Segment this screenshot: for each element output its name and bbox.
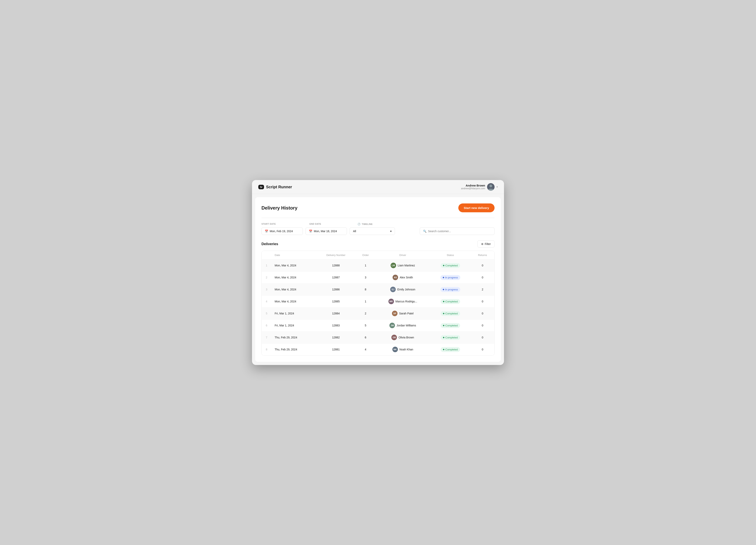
user-info: Andrew Brown andrew@hilarysrx.com	[461, 184, 485, 190]
row-driver: LM Liam Martinez	[375, 260, 430, 272]
table-row[interactable]: 3 Mon, Mar 4, 2024 12886 8 EJ Emily John…	[262, 283, 494, 295]
user-dropdown-chevron[interactable]: ▾	[497, 186, 498, 188]
row-delivery-number: 12885	[316, 295, 356, 307]
user-name: Andrew Brown	[461, 184, 485, 187]
deliveries-table-container: Date Delivery Number Order Driver Status…	[261, 251, 495, 355]
end-date-value: Mon, Mar 18, 2024	[314, 230, 337, 233]
row-status: In progress	[430, 283, 471, 295]
row-delivery-number: 12888	[316, 260, 356, 272]
filter-inputs: 📅 Mon, Feb 19, 2024 📅 Mon, Mar 18, 2024 …	[261, 228, 495, 235]
status-dot	[443, 349, 444, 350]
filter-btn-label: Filter	[485, 243, 491, 246]
deliveries-header: Deliveries ⚙ Filter	[261, 241, 495, 248]
row-number: 4	[262, 295, 271, 307]
row-order: 1	[356, 295, 375, 307]
row-delivery-number: 12887	[316, 272, 356, 283]
status-badge: Completed	[441, 263, 460, 268]
row-order: 2	[356, 307, 375, 319]
status-dot	[443, 325, 444, 326]
page-header: Delivery History Start new delivery	[261, 204, 495, 212]
search-input-container: 🔍	[420, 228, 495, 235]
table-body: 1 Mon, Mar 4, 2024 12888 1 LM Liam Marti…	[262, 260, 494, 355]
row-number: 7	[262, 331, 271, 343]
app-name: Script Runner	[266, 185, 292, 189]
deliveries-title: Deliveries	[261, 242, 278, 246]
table-row[interactable]: 1 Mon, Mar 4, 2024 12888 1 LM Liam Marti…	[262, 260, 494, 272]
row-date: Mon, Mar 4, 2024	[271, 260, 316, 272]
row-order: 3	[356, 272, 375, 283]
col-status: Status	[430, 251, 471, 260]
user-area[interactable]: Andrew Brown andrew@hilarysrx.com ▾	[461, 183, 498, 191]
start-date-input[interactable]: 📅 Mon, Feb 19, 2024	[261, 228, 303, 235]
row-returns: 0	[471, 343, 494, 355]
driver-avatar: EJ	[390, 287, 396, 292]
row-number: 8	[262, 343, 271, 355]
row-driver: OB Olivia Brown	[375, 331, 430, 343]
filter-button[interactable]: ⚙ Filter	[477, 241, 495, 248]
col-order: Order	[356, 251, 375, 260]
row-returns: 0	[471, 319, 494, 331]
row-number: 1	[262, 260, 271, 272]
row-number: 2	[262, 272, 271, 283]
driver-avatar: LM	[391, 263, 396, 268]
row-status: Completed	[430, 307, 471, 319]
row-returns: 0	[471, 295, 494, 307]
row-date: Fri, Mar 1, 2024	[271, 319, 316, 331]
avatar-image	[487, 183, 495, 191]
driver-name: Liam Martinez	[398, 264, 415, 267]
row-returns: 0	[471, 331, 494, 343]
col-date: Date	[271, 251, 316, 260]
row-driver: AS Alex Smith	[375, 272, 430, 283]
table-row[interactable]: 6 Fri, Mar 1, 2024 12883 5 JW Jordan Wil…	[262, 319, 494, 331]
col-num	[262, 251, 271, 260]
row-date: Thu, Feb 29, 2024	[271, 331, 316, 343]
timeline-select[interactable]: All ▾	[350, 228, 395, 235]
status-badge: Completed	[441, 299, 460, 304]
row-returns: 0	[471, 272, 494, 283]
clock-icon: 🕐	[358, 223, 361, 226]
row-driver: NK Noah Khan	[375, 343, 430, 355]
col-returns: Returns	[471, 251, 494, 260]
row-delivery-number: 12881	[316, 343, 356, 355]
table-row[interactable]: 5 Fri, Mar 1, 2024 12884 2 SP Sarah Pate…	[262, 307, 494, 319]
row-number: 6	[262, 319, 271, 331]
driver-name: Emily Johnson	[397, 288, 415, 291]
status-badge: In progress	[440, 275, 460, 280]
start-delivery-button[interactable]: Start new delivery	[458, 204, 495, 212]
row-delivery-number: 12886	[316, 283, 356, 295]
row-order: 1	[356, 260, 375, 272]
table-row[interactable]: 7 Thu, Feb 29, 2024 12882 6 OB Olivia Br…	[262, 331, 494, 343]
row-date: Mon, Mar 4, 2024	[271, 272, 316, 283]
driver-name: Sarah Patel	[399, 312, 413, 315]
timeline-chevron-icon: ▾	[390, 230, 392, 233]
row-status: Completed	[430, 319, 471, 331]
row-status: Completed	[430, 343, 471, 355]
driver-avatar: AS	[393, 274, 398, 280]
driver-name: Olivia Brown	[398, 336, 414, 339]
row-driver: MR Marcus Rodrigu...	[375, 295, 430, 307]
end-date-input[interactable]: 📅 Mon, Mar 18, 2024	[306, 228, 347, 235]
table-row[interactable]: 2 Mon, Mar 4, 2024 12887 3 AS Alex Smith…	[262, 272, 494, 283]
table-row[interactable]: 4 Mon, Mar 4, 2024 12885 1 MR Marcus Rod…	[262, 295, 494, 307]
row-date: Mon, Mar 4, 2024	[271, 295, 316, 307]
status-badge: Completed	[441, 323, 460, 328]
search-input[interactable]	[428, 230, 491, 233]
status-dot	[443, 289, 444, 290]
table-header-row: Date Delivery Number Order Driver Status…	[262, 251, 494, 260]
row-number: 5	[262, 307, 271, 319]
driver-name: Jordan Williams	[397, 324, 416, 327]
status-dot	[443, 265, 444, 266]
filter-icon: ⚙	[481, 243, 484, 246]
driver-avatar: MR	[388, 299, 394, 304]
status-dot	[443, 313, 444, 314]
row-date: Thu, Feb 29, 2024	[271, 343, 316, 355]
deliveries-table: Date Delivery Number Order Driver Status…	[262, 251, 494, 355]
timeline-label: 🕐 TIMELINE	[358, 223, 403, 226]
table-row[interactable]: 8 Thu, Feb 29, 2024 12881 4 NK Noah Khan…	[262, 343, 494, 355]
main-content: Delivery History Start new delivery STAR…	[255, 197, 501, 362]
col-delivery-number: Delivery Number	[316, 251, 356, 260]
driver-name: Noah Khan	[399, 348, 413, 351]
row-driver: EJ Emily Johnson	[375, 283, 430, 295]
start-date-value: Mon, Feb 19, 2024	[270, 230, 293, 233]
driver-avatar: SP	[392, 311, 397, 316]
